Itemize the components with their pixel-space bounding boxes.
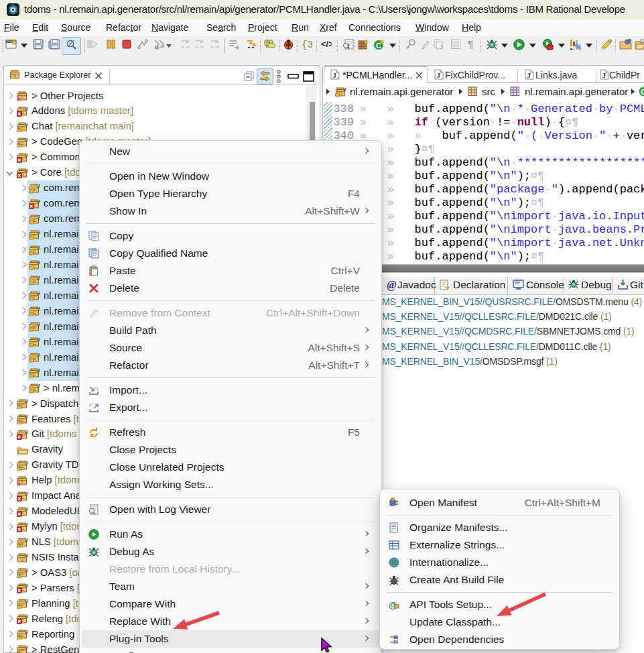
svg-text:J: J bbox=[25, 152, 27, 158]
svg-text:J: J bbox=[37, 275, 40, 281]
svg-text:J: J bbox=[25, 552, 27, 558]
svg-text:J: J bbox=[37, 245, 40, 251]
svg-text:J: J bbox=[37, 306, 40, 312]
svg-text:</>: </> bbox=[321, 39, 332, 49]
svg-text:J: J bbox=[37, 229, 40, 235]
svg-text:{3}: {3} bbox=[302, 40, 313, 50]
svg-text:J: J bbox=[37, 214, 40, 220]
svg-text:J: J bbox=[25, 168, 27, 174]
svg-text:J: J bbox=[25, 644, 27, 650]
svg-text:J: J bbox=[37, 290, 40, 296]
svg-text:J: J bbox=[25, 429, 27, 435]
svg-text:J: J bbox=[25, 613, 27, 619]
svg-text:%: % bbox=[575, 44, 581, 50]
svg-text:J: J bbox=[25, 598, 27, 604]
svg-text:J: J bbox=[25, 567, 27, 573]
svg-text:J: J bbox=[25, 106, 27, 112]
svg-text:L: L bbox=[348, 43, 352, 50]
svg-text:J: J bbox=[37, 337, 40, 343]
svg-text:J: J bbox=[25, 629, 27, 635]
svg-text:J: J bbox=[37, 183, 40, 189]
svg-text:J: J bbox=[25, 491, 27, 497]
svg-text:J: J bbox=[332, 71, 336, 79]
svg-text:J: J bbox=[37, 352, 40, 358]
svg-text:J: J bbox=[25, 583, 27, 589]
svg-text:C: C bbox=[376, 42, 381, 50]
svg-text:J: J bbox=[37, 259, 40, 265]
svg-text:G: G bbox=[641, 88, 644, 96]
svg-text:J: J bbox=[25, 506, 27, 512]
svg-text:J: J bbox=[343, 86, 346, 93]
svg-text:J: J bbox=[527, 71, 531, 79]
svg-text:J: J bbox=[37, 321, 40, 327]
svg-text:J: J bbox=[37, 367, 40, 373]
svg-text:J: J bbox=[37, 198, 40, 204]
svg-text:J: J bbox=[436, 71, 440, 79]
svg-text:J: J bbox=[25, 414, 27, 420]
svg-text:J: J bbox=[25, 398, 27, 404]
svg-text:¶: ¶ bbox=[468, 39, 473, 49]
svg-text:J: J bbox=[25, 522, 27, 528]
svg-text:J: J bbox=[602, 71, 606, 79]
svg-text:J: J bbox=[25, 537, 27, 543]
svg-text:J: J bbox=[25, 121, 27, 127]
svg-text:J: J bbox=[25, 460, 27, 466]
svg-text:J: J bbox=[25, 137, 27, 143]
svg-text:J: J bbox=[37, 383, 40, 389]
